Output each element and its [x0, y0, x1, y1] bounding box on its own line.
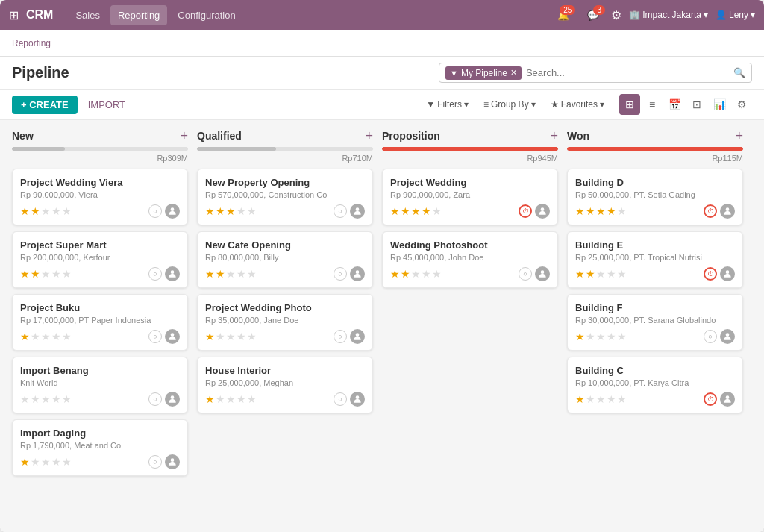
star-1[interactable]: ★ [205, 268, 215, 280]
card-stars[interactable]: ★★★★★ [575, 205, 627, 217]
card-new-0[interactable]: Project Wedding VieraRp 90,000,000, Vier… [12, 169, 188, 225]
brand-logo[interactable]: CRM [26, 8, 53, 22]
card-proposition-1[interactable]: Wedding PhotoshootRp 45,000,000, John Do… [382, 231, 558, 288]
star-2[interactable]: ★ [586, 268, 595, 280]
activity-icon[interactable]: ○ [148, 455, 162, 469]
star-4[interactable]: ★ [237, 393, 246, 405]
star-1[interactable]: ★ [20, 268, 30, 280]
star-5[interactable]: ★ [432, 268, 442, 280]
settings-icon[interactable]: ⚙ [611, 8, 621, 22]
star-3[interactable]: ★ [596, 205, 606, 217]
star-1[interactable]: ★ [390, 268, 400, 280]
star-3[interactable]: ★ [41, 205, 51, 217]
grid-icon[interactable]: ⊞ [9, 8, 19, 22]
notification-badge[interactable]: 🔔 25 [557, 10, 569, 21]
clock-icon[interactable]: ⏱ [704, 392, 717, 406]
settings-view-icon[interactable]: ⚙ [731, 94, 752, 115]
star-2[interactable]: ★ [31, 456, 40, 468]
star-3[interactable]: ★ [41, 331, 51, 342]
activity-icon[interactable]: ○ [148, 392, 162, 406]
card-stars[interactable]: ★★★★★ [20, 393, 72, 405]
star-1[interactable]: ★ [205, 393, 215, 405]
star-2[interactable]: ★ [401, 268, 410, 280]
card-stars[interactable]: ★★★★★ [390, 205, 442, 217]
card-stars[interactable]: ★★★★★ [575, 268, 627, 280]
star-5[interactable]: ★ [62, 205, 72, 217]
star-5[interactable]: ★ [247, 205, 257, 217]
star-4[interactable]: ★ [51, 393, 61, 405]
star-4[interactable]: ★ [607, 393, 616, 405]
star-1[interactable]: ★ [575, 393, 585, 405]
star-1[interactable]: ★ [20, 393, 30, 405]
calendar-view-icon[interactable]: 📅 [664, 94, 685, 115]
star-2[interactable]: ★ [216, 331, 225, 342]
star-3[interactable]: ★ [226, 205, 236, 217]
star-1[interactable]: ★ [575, 205, 585, 217]
star-1[interactable]: ★ [205, 331, 215, 342]
star-1[interactable]: ★ [575, 331, 585, 342]
star-1[interactable]: ★ [575, 268, 585, 280]
star-5[interactable]: ★ [432, 205, 442, 217]
star-2[interactable]: ★ [31, 268, 40, 280]
card-stars[interactable]: ★★★★★ [205, 268, 257, 280]
star-4[interactable]: ★ [422, 205, 431, 217]
star-1[interactable]: ★ [205, 205, 215, 217]
star-1[interactable]: ★ [20, 456, 30, 468]
column-add-qualified[interactable]: + [365, 129, 373, 143]
activity-icon[interactable]: ○ [704, 330, 717, 343]
star-3[interactable]: ★ [411, 205, 421, 217]
star-2[interactable]: ★ [216, 268, 225, 280]
user-menu[interactable]: 👤 Leny ▾ [716, 10, 755, 20]
activity-icon[interactable]: ○ [148, 204, 162, 218]
breadcrumb-reporting[interactable]: Reporting [12, 38, 51, 48]
card-new-3[interactable]: Import BenangKnit World★★★★★○ [12, 357, 188, 413]
clock-icon[interactable]: ⏱ [519, 204, 532, 218]
graph-view-icon[interactable]: 📊 [709, 94, 730, 115]
activity-icon[interactable]: ○ [334, 267, 347, 281]
star-2[interactable]: ★ [31, 205, 40, 217]
star-2[interactable]: ★ [586, 393, 595, 405]
star-5[interactable]: ★ [247, 393, 257, 405]
card-won-1[interactable]: Building ERp 25,000,000, PT. Tropical Nu… [567, 231, 743, 288]
card-new-1[interactable]: Project Super MartRp 200,000,000, Kerfou… [12, 231, 188, 288]
list-view-icon[interactable]: ≡ [642, 94, 663, 115]
star-2[interactable]: ★ [31, 331, 40, 342]
card-qualified-2[interactable]: Project Wedding PhotoRp 35,000,000, Jane… [197, 294, 373, 351]
star-2[interactable]: ★ [216, 205, 225, 217]
star-4[interactable]: ★ [51, 456, 61, 468]
message-badge[interactable]: 💬 3 [587, 10, 599, 21]
filter-tag-my-pipeline[interactable]: ▼ My Pipeline ✕ [445, 66, 522, 80]
star-3[interactable]: ★ [596, 393, 606, 405]
card-stars[interactable]: ★★★★★ [20, 268, 72, 280]
star-4[interactable]: ★ [51, 331, 61, 342]
activity-icon[interactable]: ○ [334, 392, 347, 406]
card-new-2[interactable]: Project BukuRp 17,000,000, PT Paper Indo… [12, 294, 188, 351]
clock-icon[interactable]: ⏱ [704, 267, 717, 281]
star-1[interactable]: ★ [20, 205, 30, 217]
filter-tag-close[interactable]: ✕ [510, 68, 517, 78]
star-5[interactable]: ★ [617, 393, 627, 405]
card-qualified-3[interactable]: House InteriorRp 25,000,000, Meghan★★★★★… [197, 357, 373, 413]
card-stars[interactable]: ★★★★★ [205, 393, 257, 405]
star-4[interactable]: ★ [607, 268, 616, 280]
star-4[interactable]: ★ [237, 268, 246, 280]
star-5[interactable]: ★ [617, 268, 627, 280]
star-3[interactable]: ★ [226, 268, 236, 280]
star-5[interactable]: ★ [62, 331, 72, 342]
card-stars[interactable]: ★★★★★ [205, 331, 257, 342]
card-qualified-0[interactable]: New Property OpeningRp 570,000,000, Cons… [197, 169, 373, 225]
card-stars[interactable]: ★★★★★ [575, 393, 627, 405]
search-icon[interactable]: 🔍 [733, 67, 745, 78]
star-5[interactable]: ★ [617, 331, 627, 342]
org-selector[interactable]: 🏢 Impact Jakarta ▾ [629, 10, 708, 20]
kanban-view-icon[interactable]: ⊞ [619, 94, 640, 115]
nav-item-sales[interactable]: Sales [68, 5, 107, 25]
card-new-4[interactable]: Import DagingRp 1,790,000, Meat and Co★★… [12, 419, 188, 476]
activity-icon[interactable]: ○ [334, 204, 347, 218]
star-5[interactable]: ★ [247, 268, 257, 280]
search-input[interactable] [522, 66, 733, 80]
star-4[interactable]: ★ [237, 205, 246, 217]
star-5[interactable]: ★ [62, 393, 72, 405]
star-3[interactable]: ★ [41, 268, 51, 280]
activity-icon[interactable]: ○ [148, 330, 162, 343]
